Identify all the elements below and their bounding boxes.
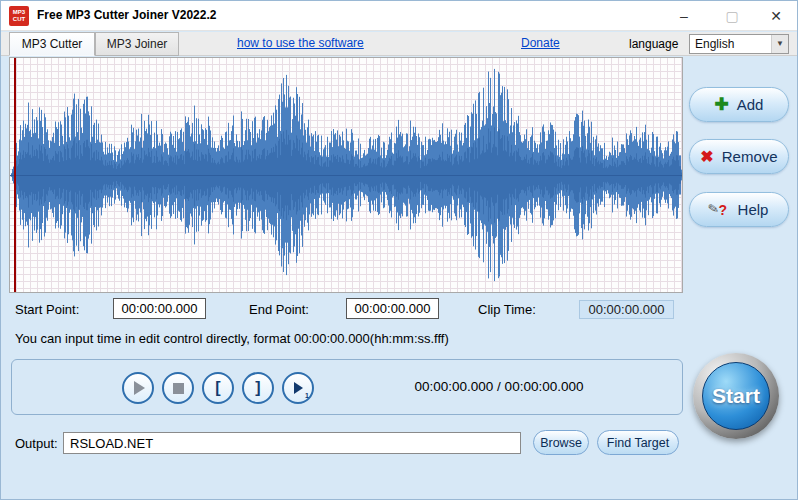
add-icon: ✚	[715, 96, 729, 113]
start-button[interactable]: Start	[693, 353, 779, 439]
start-point-input[interactable]	[113, 298, 206, 319]
play-selection-button[interactable]: 1	[282, 372, 314, 404]
start-point-label: Start Point:	[15, 302, 79, 317]
app-icon-text: MP3	[9, 9, 29, 16]
stop-button[interactable]	[162, 372, 194, 404]
app-icon: MP3 CUT	[9, 6, 29, 26]
how-to-use-link[interactable]: how to use the software	[237, 36, 364, 50]
find-target-button[interactable]: Find Target	[597, 430, 679, 455]
browse-button[interactable]: Browse	[533, 430, 589, 455]
close-icon[interactable]: ✕	[759, 1, 793, 31]
start-button-face: Start	[702, 362, 770, 430]
time-display: 00:00:00.000 / 00:00:00.000	[384, 379, 614, 394]
donate-link[interactable]: Donate	[521, 36, 560, 50]
chevron-down-icon: ▼	[771, 35, 788, 53]
title-bar: MP3 CUT Free MP3 Cutter Joiner V2022.2 –…	[1, 1, 797, 31]
language-label: language	[629, 37, 678, 51]
remove-button[interactable]: ✖ Remove	[689, 139, 789, 174]
end-point-input[interactable]	[346, 298, 439, 319]
tab-strip: MP3 Cutter MP3 Joiner how to use the sof…	[1, 32, 797, 56]
minimize-icon[interactable]: –	[667, 1, 701, 31]
set-end-button[interactable]: ]	[242, 372, 274, 404]
output-path-input[interactable]	[63, 432, 521, 454]
clip-time-value: 00:00:00.000	[579, 300, 674, 319]
help-icon: ✎ ?	[710, 201, 730, 219]
remove-button-label: Remove	[722, 148, 778, 165]
play-button[interactable]	[122, 372, 154, 404]
stop-icon	[173, 383, 184, 394]
tab-mp3-cutter[interactable]: MP3 Cutter	[9, 32, 95, 56]
hint-text: You can input time in edit control direc…	[15, 331, 449, 346]
language-value: English	[695, 37, 734, 51]
play-selection-icon	[294, 382, 303, 394]
clip-time-label: Clip Time:	[478, 302, 536, 317]
remove-icon: ✖	[700, 149, 713, 165]
app-window: MP3 CUT Free MP3 Cutter Joiner V2022.2 –…	[0, 0, 798, 500]
player-panel: [ ] 1 00:00:00.000 / 00:00:00.000	[11, 359, 683, 415]
waveform-canvas[interactable]	[10, 58, 682, 292]
playhead-marker[interactable]	[14, 58, 16, 292]
output-label: Output:	[15, 436, 58, 451]
window-title: Free MP3 Cutter Joiner V2022.2	[37, 8, 216, 22]
maximize-icon[interactable]: ▢	[715, 1, 749, 31]
tab-mp3-joiner[interactable]: MP3 Joiner	[95, 32, 179, 56]
bracket-open-icon: [	[215, 380, 220, 396]
end-point-label: End Point:	[249, 302, 309, 317]
play-icon	[134, 381, 145, 395]
bracket-close-icon: ]	[255, 380, 260, 396]
help-button-label: Help	[738, 201, 769, 218]
waveform-display[interactable]	[9, 57, 683, 293]
help-button[interactable]: ✎ ? Help	[689, 192, 789, 227]
start-button-label: Start	[712, 384, 760, 408]
add-button[interactable]: ✚ Add	[689, 87, 789, 122]
add-button-label: Add	[737, 96, 764, 113]
set-start-button[interactable]: [	[202, 372, 234, 404]
language-select[interactable]: English ▼	[689, 34, 789, 54]
